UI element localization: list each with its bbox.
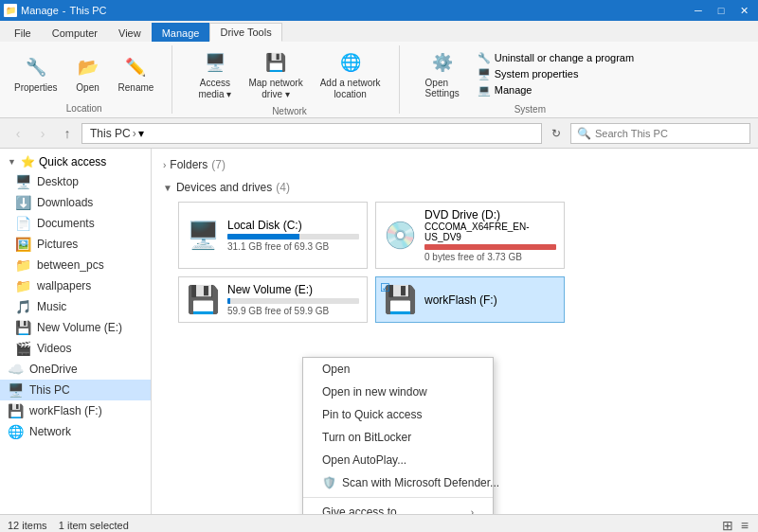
large-icons-view-button[interactable]: ⊞ [720, 518, 735, 533]
devices-header[interactable]: ▼ Devices and drives (4) [163, 179, 747, 196]
add-network-icon: 🌐 [337, 49, 364, 76]
devices-title: Devices and drives [176, 181, 272, 194]
devices-count: (4) [276, 181, 290, 194]
new-volume-e-info: New Volume (E:) 59.9 GB free of 59.9 GB [227, 283, 359, 316]
workflash-f-name: workFlash (F:) [424, 293, 556, 307]
drive-dvd-d[interactable]: 💿 DVD Drive (D:) CCCOMA_X64FRE_EN-US_DV9… [375, 202, 565, 269]
ctx-defender[interactable]: 🛡️ Scan with Microsoft Defender... [303, 471, 493, 494]
tab-computer[interactable]: Computer [42, 23, 108, 42]
properties-button[interactable]: 🔧 Properties [8, 50, 64, 97]
dvd-d-bar [424, 244, 556, 250]
network-label: Network [29, 425, 71, 438]
ribbon-group-location: 🔧 Properties 📂 Open ✏️ Rename Location [8, 45, 172, 114]
system-group-items: 🔧 Uninstall or change a program 🖥️ Syste… [470, 47, 641, 101]
manage-icon: 💻 [478, 84, 491, 97]
uninstall-item[interactable]: 🔧 Uninstall or change a program [474, 51, 638, 65]
maximize-button[interactable]: □ [711, 2, 731, 19]
search-box[interactable]: 🔍 [570, 123, 750, 144]
local-c-icon: 🖥️ [187, 220, 220, 251]
sidebar-item-this-pc[interactable]: 🖥️ This PC [0, 380, 151, 400]
sidebar-item-between-pcs[interactable]: 📁 between_pcs [0, 255, 151, 275]
downloads-label: Downloads [37, 196, 93, 209]
sidebar-item-downloads[interactable]: ⬇️ Downloads [0, 192, 151, 213]
tab-file[interactable]: File [4, 23, 42, 42]
local-c-name: Local Disk (C:) [227, 219, 359, 232]
tab-manage[interactable]: Manage [152, 23, 210, 42]
open-settings-button[interactable]: ⚙️ OpenSettings [419, 45, 466, 102]
documents-icon: 📄 [15, 216, 31, 231]
rename-button[interactable]: ✏️ Rename [112, 50, 161, 97]
location-label: Location [66, 101, 102, 114]
ctx-pin-quick-label: Pin to Quick access [322, 408, 422, 421]
network-icon: 🌐 [8, 424, 24, 439]
videos-label: Videos [37, 342, 71, 355]
new-volume-e-icon: 💾 [187, 284, 220, 315]
dvd-d-name: DVD Drive (D:) [424, 208, 556, 222]
folders-header[interactable]: › Folders (7) [163, 156, 747, 173]
sidebar-item-desktop[interactable]: 🖥️ Desktop [0, 171, 151, 192]
manage-label: Manage [495, 84, 532, 96]
sidebar-item-onedrive[interactable]: ☁️ OneDrive [0, 359, 151, 380]
downloads-icon: ⬇️ [15, 195, 31, 210]
ctx-pin-quick[interactable]: Pin to Quick access [303, 403, 493, 426]
give-access-arrow: › [471, 507, 474, 515]
ctx-autoplay[interactable]: Open AutoPlay... [303, 449, 493, 471]
back-button[interactable]: ‹ [8, 123, 28, 144]
address-path[interactable]: This PC › ▾ [81, 123, 542, 144]
drive-workflash-f[interactable]: ☑ 💾 workFlash (F:) [375, 276, 565, 323]
rename-label: Rename [118, 82, 154, 93]
title-bar-manage: Manage [21, 5, 59, 16]
manage-item[interactable]: 💻 Manage [474, 83, 638, 98]
up-button[interactable]: ↑ [57, 123, 78, 144]
drive-local-c[interactable]: 🖥️ Local Disk (C:) 31.1 GB free of 69.3 … [178, 202, 368, 269]
refresh-button[interactable]: ↻ [546, 123, 567, 144]
desktop-icon: 🖥️ [15, 174, 31, 189]
pictures-label: Pictures [37, 238, 78, 251]
main-layout: ▼ ⭐ Quick access 🖥️ Desktop ⬇️ Downloads… [0, 149, 758, 514]
this-pc-icon: 🖥️ [8, 382, 24, 398]
wallpapers-icon: 📁 [15, 278, 31, 293]
local-c-info: Local Disk (C:) 31.1 GB free of 69.3 GB [227, 219, 359, 252]
ctx-bitlocker[interactable]: Turn on BitLocker [303, 426, 493, 449]
address-bar: ‹ › ↑ This PC › ▾ ↻ 🔍 [0, 118, 758, 149]
ctx-open[interactable]: Open [303, 358, 493, 381]
sidebar-item-workflash[interactable]: 💾 workFlash (F:) [0, 400, 151, 421]
access-media-button[interactable]: 🖥️ Accessmedia ▾ [191, 45, 238, 104]
folders-count: (7) [211, 158, 226, 171]
quick-access-header[interactable]: ▼ ⭐ Quick access [0, 152, 151, 171]
sidebar-item-videos[interactable]: 🎬 Videos [0, 338, 151, 359]
network-buttons: 🖥️ Accessmedia ▾ 💾 Map networkdrive ▾ 🌐 … [191, 45, 387, 104]
map-network-button[interactable]: 💾 Map networkdrive ▾ [242, 45, 309, 104]
open-button[interactable]: 📂 Open [68, 50, 108, 97]
sidebar-item-music[interactable]: 🎵 Music [0, 296, 151, 317]
ctx-open-new-window[interactable]: Open in new window [303, 381, 493, 403]
drive-new-volume-e[interactable]: 💾 New Volume (E:) 59.9 GB free of 59.9 G… [178, 276, 368, 323]
path-this-pc[interactable]: This PC [90, 127, 131, 140]
add-network-button[interactable]: 🌐 Add a networklocation [314, 45, 388, 104]
list-view-button[interactable]: ≡ [739, 518, 750, 533]
drives-grid: 🖥️ Local Disk (C:) 31.1 GB free of 69.3 … [163, 202, 747, 323]
open-label: Open [76, 82, 99, 93]
title-bar: 📁 Manage - This PC ─ □ ✕ [0, 0, 758, 21]
window-icon: 📁 [4, 4, 17, 17]
ctx-give-access[interactable]: Give access to › [303, 501, 493, 514]
system-buttons: ⚙️ OpenSettings 🔧 Uninstall or change a … [419, 45, 642, 102]
sidebar-item-new-volume[interactable]: 💾 New Volume (E:) [0, 317, 151, 338]
forward-button[interactable]: › [32, 123, 53, 144]
local-c-size: 31.1 GB free of 69.3 GB [227, 241, 359, 252]
dvd-d-icon: 💿 [384, 220, 417, 251]
tab-view[interactable]: View [108, 23, 152, 42]
dvd-d-bar-container [424, 244, 556, 250]
search-input[interactable] [595, 128, 744, 139]
sidebar-item-documents[interactable]: 📄 Documents [0, 213, 151, 234]
content-area: › Folders (7) ▼ Devices and drives (4) 🖥… [152, 149, 758, 514]
minimize-button[interactable]: ─ [688, 2, 709, 19]
sidebar-item-pictures[interactable]: 🖼️ Pictures [0, 234, 151, 255]
tab-drive-tools[interactable]: Drive Tools [209, 23, 281, 42]
sidebar-item-network[interactable]: 🌐 Network [0, 421, 151, 442]
workflash-f-info: workFlash (F:) [424, 293, 556, 307]
close-button[interactable]: ✕ [733, 2, 754, 19]
sidebar-item-wallpapers[interactable]: 📁 wallpapers [0, 275, 151, 296]
system-props-item[interactable]: 🖥️ System properties [474, 67, 638, 81]
local-c-bar [227, 234, 299, 239]
